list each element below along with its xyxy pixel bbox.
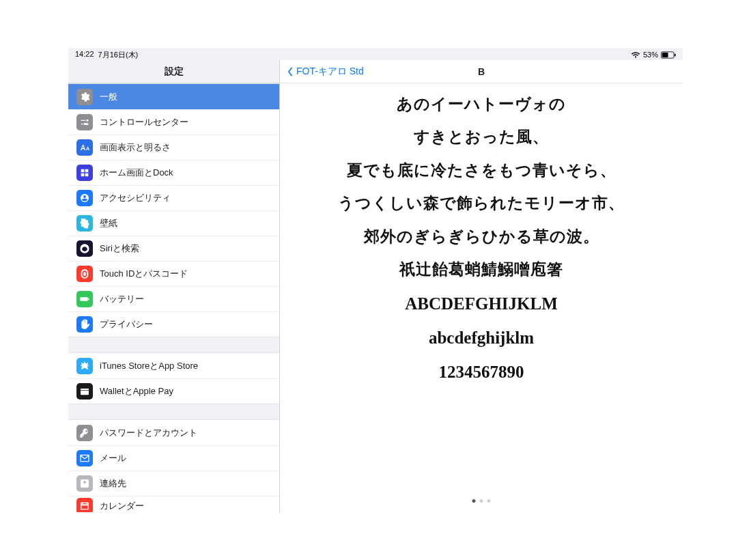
status-date: 7月16日(木) <box>98 50 139 60</box>
svg-rect-1 <box>662 53 668 57</box>
sidebar-item-label: バッテリー <box>100 293 144 305</box>
sidebar-item-label: Touch IDとパスコード <box>100 268 188 280</box>
sidebar-item-control-center[interactable]: コントロールセンター <box>68 109 279 135</box>
sidebar-item-label: ホーム画面とDock <box>100 167 173 179</box>
sidebar-item-label: アクセシビリティ <box>100 192 171 204</box>
sidebar-item-label: iTunes StoreとApp Store <box>100 360 198 372</box>
sidebar-item-calendar[interactable]: カレンダー <box>68 496 279 512</box>
preview-line: 1234567890 <box>439 363 524 382</box>
preview-line: 郊外のぎらぎらひかる草の波。 <box>364 228 599 246</box>
back-button-label: FOT-キアロ Std <box>296 66 364 78</box>
page-indicator[interactable] <box>472 499 491 503</box>
sidebar-item-label: コントロールセンター <box>100 116 188 128</box>
preview-line: abcdefghijklm <box>429 328 534 348</box>
sidebar-item-touchid[interactable]: Touch IDとパスコード <box>68 261 279 286</box>
preview-line: うつくしい森で飾られたモリーオ市、 <box>338 195 625 212</box>
sidebar-item-label: 画面表示と明るさ <box>100 141 171 154</box>
sidebar-item-itunes[interactable]: iTunes StoreとApp Store <box>68 353 279 378</box>
sidebar-item-privacy[interactable]: プライバシー <box>68 311 279 337</box>
page-dot[interactable] <box>480 499 483 503</box>
page-dot[interactable] <box>487 499 491 503</box>
hand-icon <box>76 316 93 333</box>
battery-icon <box>661 51 676 59</box>
sidebar-item-label: メール <box>100 452 126 464</box>
preview-line: 祇辻飴葛蛸鯖鰯噌庖箸 <box>399 261 563 279</box>
sidebar-item-accessibility[interactable]: アクセシビリティ <box>68 185 279 210</box>
sidebar-item-home-dock[interactable]: ホーム画面とDock <box>68 160 279 185</box>
finger-icon <box>76 266 93 282</box>
siri-icon <box>76 240 93 257</box>
battery-icon <box>76 291 93 307</box>
sidebar-item-contacts[interactable]: 連絡先 <box>68 471 279 496</box>
preview-line: あのイーハトーヴォの <box>397 96 566 113</box>
sidebar-item-label: 壁紙 <box>100 217 117 229</box>
battery-pct: 53% <box>643 51 658 59</box>
back-button[interactable]: FOT-キアロ Std <box>285 66 364 78</box>
sidebar-item-display[interactable]: 画面表示と明るさ <box>68 135 279 160</box>
ipad-screen: 14:22 7月16日(木) 53% 設定 一般コントロールセンター画面表示と明… <box>68 48 683 512</box>
status-bar: 14:22 7月16日(木) 53% <box>68 48 683 60</box>
preview-line: 夏でも底に冷たさをもつ青いそら、 <box>347 162 617 180</box>
sidebar-item-label: パスワードとアカウント <box>100 427 197 439</box>
preview-line: すきとおった風、 <box>414 128 549 146</box>
sidebar-item-wallpaper[interactable]: 壁紙 <box>68 210 279 236</box>
sidebar-item-label: 連絡先 <box>100 477 126 490</box>
sidebar-item-label: WalletとApple Pay <box>100 385 173 397</box>
sidebar-item-passwords[interactable]: パスワードとアカウント <box>68 420 279 445</box>
sidebar-item-label: カレンダー <box>100 500 144 512</box>
key-icon <box>76 425 93 441</box>
page-dot[interactable] <box>472 499 476 503</box>
sidebar-item-general[interactable]: 一般 <box>68 84 279 109</box>
detail-pane: FOT-キアロ Std B あのイーハトーヴォのすきとおった風、夏でも底に冷たさ… <box>280 60 683 512</box>
sidebar-item-siri[interactable]: Siriと検索 <box>68 236 279 261</box>
calendar-icon <box>76 498 93 513</box>
grid-icon <box>76 165 93 181</box>
mail-icon <box>76 450 93 466</box>
svg-rect-2 <box>675 53 676 56</box>
person-icon <box>76 190 93 206</box>
contacts-icon <box>76 475 93 492</box>
sidebar-item-wallet[interactable]: WalletとApple Pay <box>68 378 279 404</box>
flower-icon <box>76 215 93 232</box>
wallet-icon <box>76 383 93 400</box>
wifi-icon <box>631 51 640 59</box>
preview-line: ABCDEFGHIJKLM <box>405 294 558 313</box>
appstore-icon <box>76 358 93 374</box>
sidebar-title: 設定 <box>68 60 279 83</box>
settings-sidebar: 設定 一般コントロールセンター画面表示と明るさホーム画面とDockアクセシビリテ… <box>68 60 280 512</box>
font-preview[interactable]: あのイーハトーヴォのすきとおった風、夏でも底に冷たさをもつ青いそら、うつくしい森… <box>280 83 683 512</box>
aa-icon <box>76 139 93 156</box>
sidebar-item-label: 一般 <box>100 91 117 103</box>
detail-navbar: FOT-キアロ Std B <box>280 60 683 83</box>
gear-icon <box>76 89 93 105</box>
sidebar-item-mail[interactable]: メール <box>68 445 279 471</box>
detail-title: B <box>478 66 485 77</box>
sidebar-item-label: プライバシー <box>100 318 153 331</box>
sidebar-item-label: Siriと検索 <box>100 242 139 255</box>
sidebar-item-battery[interactable]: バッテリー <box>68 286 279 311</box>
status-time: 14:22 <box>75 50 94 60</box>
sliders-icon <box>76 114 93 130</box>
